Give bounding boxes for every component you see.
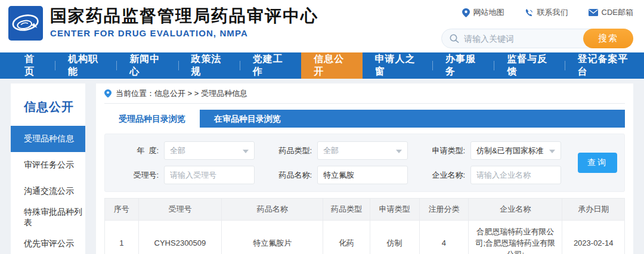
location-pin-icon: [104, 89, 112, 98]
nav-news[interactable]: 新闻中心: [117, 52, 178, 79]
drug-name-field: [317, 166, 408, 184]
location-pin-icon: [462, 8, 470, 17]
sidebar-item-priority-review[interactable]: 优先审评公示: [11, 231, 85, 254]
col-apply-type: 申请类型: [370, 199, 419, 221]
cde-logo-icon: [8, 6, 43, 41]
company-name-field: [470, 166, 561, 184]
chevron-down-icon: [549, 150, 555, 153]
breadcrumb: 当前位置：信息公开 > > 受理品种信息: [104, 83, 625, 104]
query-button[interactable]: 查询: [578, 153, 617, 173]
brand: 国家药品监督管理局药品审评中心 CENTER FOR DRUG EVALUATI…: [8, 6, 318, 41]
nav-services[interactable]: 办事服务: [433, 52, 494, 79]
nav-registration-platform[interactable]: 登记备案平台: [565, 52, 644, 79]
contact-link[interactable]: 联系我们: [525, 7, 568, 18]
sidebar: 信息公开 受理品种信息 审评任务公示 沟通交流公示 特殊审批品种列表 优先审评公…: [11, 83, 85, 254]
phone-icon: [525, 8, 534, 17]
table-row: 1 CYHS2300509 特立氟胺片 化药 仿制 4 合肥恩瑞特药业有限公司;…: [105, 221, 625, 254]
drug-type-select[interactable]: 全部: [317, 141, 408, 160]
col-reg-class: 注册分类: [419, 199, 469, 221]
year-label: 年 度:: [117, 145, 159, 156]
cell-date: 2023-02-14: [562, 221, 625, 254]
drug-name-input[interactable]: [323, 171, 402, 179]
sidebar-item-review-tasks[interactable]: 审评任务公示: [11, 152, 85, 178]
acceptance-no-input[interactable]: [170, 171, 249, 179]
nav-info-disclosure[interactable]: 信息公开: [301, 52, 362, 79]
nav-party[interactable]: 党建工作: [240, 52, 301, 79]
site-header: 国家药品监督管理局药品审评中心 CENTER FOR DRUG EVALUATI…: [0, 0, 644, 52]
tab-under-review-catalog[interactable]: 在审品种目录浏览: [200, 110, 295, 128]
sitemap-link[interactable]: 网站地图: [462, 7, 504, 18]
sidebar-item-communication[interactable]: 沟通交流公示: [11, 178, 85, 205]
quick-links: 网站地图 联系我们 CDE邮箱: [462, 7, 633, 18]
drug-type-label: 药品类型:: [270, 145, 312, 156]
nav-functions[interactable]: 机构职能: [55, 52, 116, 79]
cell-apply-type: 仿制: [370, 221, 419, 254]
contact-label: 联系我们: [537, 7, 568, 18]
mailbox-label: CDE邮箱: [602, 7, 633, 18]
chevron-down-icon: [396, 150, 402, 153]
main-panel: 当前位置：信息公开 > > 受理品种信息 受理品种目录浏览 在审品种目录浏览 年…: [96, 83, 633, 254]
search-button[interactable]: 搜索: [583, 29, 633, 48]
search-input[interactable]: [464, 34, 583, 44]
cell-drug-name: 特立氟胺片: [222, 221, 323, 254]
drug-name-label: 药品名称:: [270, 170, 312, 181]
table-header-row: 序号 受理号 药品名称 药品类型 申请类型 注册分类 企业名称 承办日期: [105, 199, 625, 221]
nav-supervision[interactable]: 监督与反馈: [494, 52, 564, 79]
sidebar-title: 信息公开: [11, 94, 85, 126]
page-content: 信息公开 受理品种信息 审评任务公示 沟通交流公示 特殊审批品种列表 优先审评公…: [0, 79, 644, 254]
col-acceptance: 受理号: [138, 199, 222, 221]
main-nav: 首页 机构职能 新闻中心 政策法规 党建工作 信息公开 申请人之窗 办事服务 监…: [0, 52, 644, 79]
cell-seq: 1: [105, 221, 139, 254]
site-search: 搜索: [441, 29, 633, 48]
tab-accepted-catalog[interactable]: 受理品种目录浏览: [104, 110, 200, 128]
tab-bar: 受理品种目录浏览 在审品种目录浏览: [104, 110, 625, 128]
col-seq: 序号: [105, 199, 139, 221]
site-title: 国家药品监督管理局药品审评中心: [50, 6, 318, 26]
cell-company: 合肥恩瑞特药业有限公司;合肥恩瑞特药业有限公司;: [469, 221, 562, 254]
sitemap-label: 网站地图: [473, 7, 504, 18]
col-date: 承办日期: [562, 199, 625, 221]
sidebar-item-accepted-varieties[interactable]: 受理品种信息: [11, 126, 85, 152]
envelope-icon: [589, 9, 598, 16]
acceptance-no-field: [164, 166, 255, 184]
cell-acceptance: CYHS2300509: [138, 221, 222, 254]
breadcrumb-text: 当前位置：信息公开 > > 受理品种信息: [116, 88, 247, 99]
cell-reg-class: 4: [419, 221, 469, 254]
results-table: 序号 受理号 药品名称 药品类型 申请类型 注册分类 企业名称 承办日期 1 C…: [104, 198, 625, 254]
site-subtitle: CENTER FOR DRUG EVALUATION, NMPA: [50, 28, 318, 38]
nav-applicant-window[interactable]: 申请人之窗: [363, 52, 432, 79]
year-select[interactable]: 全部: [164, 141, 255, 160]
search-icon: [450, 34, 459, 44]
sidebar-item-special-approval[interactable]: 特殊审批品种列表: [11, 205, 85, 231]
col-drug-type: 药品类型: [323, 199, 370, 221]
apply-type-label: 申请类型:: [423, 145, 465, 156]
acceptance-no-label: 受理号:: [117, 170, 159, 181]
nav-policies[interactable]: 政策法规: [179, 52, 240, 79]
apply-type-select[interactable]: 仿制&已有国家标准: [470, 141, 561, 160]
col-drug-name: 药品名称: [222, 199, 323, 221]
company-name-input[interactable]: [476, 171, 555, 179]
filter-panel: 年 度: 全部 药品类型: 全部 申请类型: 仿制&: [104, 134, 625, 192]
mailbox-link[interactable]: CDE邮箱: [589, 7, 633, 18]
col-company: 企业名称: [469, 199, 562, 221]
company-name-label: 企业名称:: [423, 170, 465, 181]
cell-drug-type: 化药: [323, 221, 370, 254]
nav-home[interactable]: 首页: [12, 52, 55, 79]
chevron-down-icon: [243, 150, 249, 153]
